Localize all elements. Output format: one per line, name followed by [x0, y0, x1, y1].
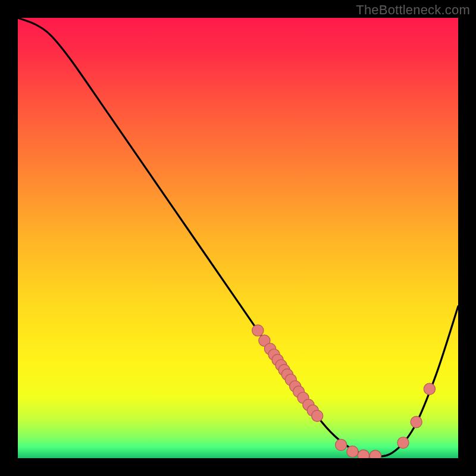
- chart-plot-area: [18, 18, 458, 458]
- data-marker: [347, 446, 358, 457]
- data-marker: [252, 325, 264, 336]
- attribution-label: TheBottleneck.com: [356, 2, 470, 18]
- data-marker: [358, 450, 369, 458]
- chart-stage: TheBottleneck.com: [0, 0, 476, 476]
- data-marker: [411, 416, 422, 428]
- data-marker: [336, 439, 347, 450]
- data-marker: [424, 383, 435, 394]
- chart-background: [18, 18, 458, 458]
- data-marker: [397, 437, 409, 448]
- chart-svg: [18, 18, 458, 458]
- data-marker: [369, 450, 381, 458]
- data-marker: [312, 410, 323, 421]
